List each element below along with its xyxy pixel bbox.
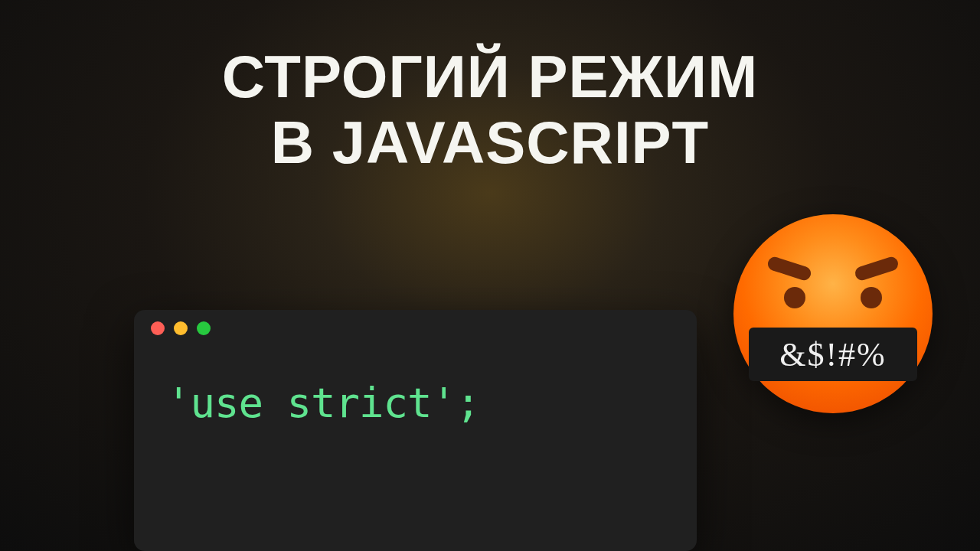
title-line-2: В JAVASCRIPT [0,110,980,176]
minimize-icon [174,321,188,335]
censor-bar: &$!#% [749,328,917,381]
main-title: СТРОГИЙ РЕЖИМ В JAVASCRIPT [0,0,980,176]
code-window: 'use strict'; [134,310,697,551]
title-line-1: СТРОГИЙ РЕЖИМ [0,44,980,110]
censor-text: &$!#% [779,335,887,374]
emoji-brow-right [854,255,900,282]
code-snippet: 'use strict'; [134,347,697,459]
maximize-icon [197,321,211,335]
window-titlebar [134,310,697,347]
emoji-face: &$!#% [733,214,933,413]
angry-censored-emoji-icon: &$!#% [733,214,933,413]
close-icon [151,321,165,335]
emoji-brow-left [766,255,813,282]
emoji-eye-right [861,287,882,308]
emoji-eye-left [784,287,805,308]
